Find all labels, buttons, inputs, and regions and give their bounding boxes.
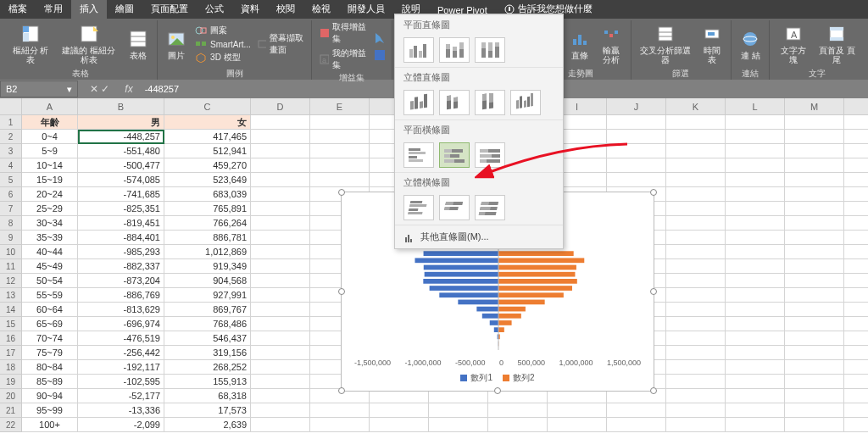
cell-M5[interactable] bbox=[785, 173, 844, 187]
cell-L22[interactable] bbox=[726, 418, 785, 432]
cell-A8[interactable]: 30~34 bbox=[22, 216, 78, 231]
cell-C8[interactable]: 766,264 bbox=[164, 216, 251, 231]
pivot-table-button[interactable]: 樞紐分 析表 bbox=[8, 22, 53, 66]
cell-C4[interactable]: 459,270 bbox=[164, 158, 251, 173]
cell-B14[interactable]: -813,629 bbox=[78, 303, 164, 317]
cell-M18[interactable] bbox=[785, 360, 844, 375]
shapes-button[interactable]: 圖案 bbox=[193, 24, 253, 37]
clustered-bar-3d[interactable] bbox=[403, 195, 434, 220]
col-header-A[interactable]: A bbox=[22, 98, 78, 115]
row-header[interactable]: 14 bbox=[0, 303, 22, 317]
cell-B17[interactable]: -256,442 bbox=[78, 346, 164, 360]
cell-I21[interactable] bbox=[548, 403, 607, 418]
cell-J2[interactable] bbox=[607, 130, 666, 144]
cell-B19[interactable]: -102,595 bbox=[78, 375, 164, 389]
cell-J22[interactable] bbox=[607, 418, 666, 432]
select-all-corner[interactable] bbox=[0, 98, 22, 115]
tab-頁面配置[interactable]: 頁面配置 bbox=[142, 0, 197, 19]
cell-K14[interactable] bbox=[666, 303, 726, 317]
cell-C11[interactable]: 919,349 bbox=[164, 259, 251, 274]
column-3d[interactable] bbox=[510, 90, 541, 115]
cell-M13[interactable] bbox=[785, 288, 844, 303]
cell-H22[interactable] bbox=[488, 418, 548, 432]
cell-K19[interactable] bbox=[666, 375, 726, 389]
cell-B21[interactable]: -13,336 bbox=[78, 403, 164, 418]
cell-L9[interactable] bbox=[726, 231, 785, 245]
cell-J4[interactable] bbox=[607, 158, 666, 173]
tab-檢視[interactable]: 檢視 bbox=[303, 0, 339, 19]
cell-M2[interactable] bbox=[785, 130, 844, 144]
cell-L1[interactable] bbox=[726, 115, 785, 130]
cell-N16[interactable] bbox=[844, 331, 868, 346]
cell-C5[interactable]: 523,649 bbox=[164, 173, 251, 187]
row-header[interactable]: 3 bbox=[0, 144, 22, 158]
row-header[interactable]: 13 bbox=[0, 288, 22, 303]
cell-C1[interactable]: 女 bbox=[164, 115, 251, 130]
cell-J3[interactable] bbox=[607, 144, 666, 158]
resize-handle[interactable] bbox=[338, 387, 345, 394]
tab-資料[interactable]: 資料 bbox=[232, 0, 268, 19]
100-stacked-column-3d[interactable] bbox=[475, 90, 505, 115]
cell-D13[interactable] bbox=[251, 288, 310, 303]
tab-校閱[interactable]: 校閱 bbox=[268, 0, 303, 19]
cell-K9[interactable] bbox=[666, 231, 726, 245]
sparkline-column-button[interactable]: 直條 bbox=[566, 27, 593, 62]
cell-N9[interactable] bbox=[844, 231, 868, 245]
cell-B8[interactable]: -819,451 bbox=[78, 216, 164, 231]
cell-K15[interactable] bbox=[666, 317, 726, 331]
cell-N19[interactable] bbox=[844, 375, 868, 389]
row-header[interactable]: 11 bbox=[0, 259, 22, 274]
tab-公式[interactable]: 公式 bbox=[197, 0, 232, 19]
cell-J21[interactable] bbox=[607, 403, 666, 418]
cell-N14[interactable] bbox=[844, 303, 868, 317]
cell-D15[interactable] bbox=[251, 317, 310, 331]
cell-D3[interactable] bbox=[251, 144, 310, 158]
tab-開發人員[interactable]: 開發人員 bbox=[339, 0, 393, 19]
cell-N12[interactable] bbox=[844, 274, 868, 288]
stacked-bar-3d[interactable] bbox=[439, 195, 470, 220]
cell-A17[interactable]: 75~79 bbox=[22, 346, 78, 360]
cell-L20[interactable] bbox=[726, 389, 785, 403]
cell-C14[interactable]: 869,767 bbox=[164, 303, 251, 317]
100-stacked-bar-2d[interactable] bbox=[475, 142, 505, 168]
cell-N18[interactable] bbox=[844, 360, 868, 375]
row-header[interactable]: 19 bbox=[0, 375, 22, 389]
cell-K22[interactable] bbox=[666, 418, 726, 432]
col-header-L[interactable]: L bbox=[726, 98, 785, 115]
timeline-button[interactable]: 時間表 bbox=[698, 22, 726, 66]
cell-L13[interactable] bbox=[726, 288, 785, 303]
cell-K20[interactable] bbox=[666, 389, 726, 403]
cell-M22[interactable] bbox=[785, 418, 844, 432]
cell-D9[interactable] bbox=[251, 231, 310, 245]
cell-K4[interactable] bbox=[666, 158, 726, 173]
cell-N5[interactable] bbox=[844, 173, 868, 187]
row-header[interactable]: 20 bbox=[0, 389, 22, 403]
cell-K10[interactable] bbox=[666, 245, 726, 259]
smartart-button[interactable]: SmartArt... bbox=[193, 38, 253, 50]
cell-B7[interactable]: -825,351 bbox=[78, 202, 164, 216]
cell-N11[interactable] bbox=[844, 259, 868, 274]
cell-K18[interactable] bbox=[666, 360, 726, 375]
cell-A11[interactable]: 45~49 bbox=[22, 259, 78, 274]
cell-B16[interactable]: -476,519 bbox=[78, 331, 164, 346]
row-header[interactable]: 6 bbox=[0, 187, 22, 202]
cell-L15[interactable] bbox=[726, 317, 785, 331]
sparkline-winloss-button[interactable]: 輸贏分析 bbox=[597, 22, 626, 66]
cell-L14[interactable] bbox=[726, 303, 785, 317]
cell-A9[interactable]: 35~39 bbox=[22, 231, 78, 245]
cell-A20[interactable]: 90~94 bbox=[22, 389, 78, 403]
cell-M7[interactable] bbox=[785, 202, 844, 216]
cell-G22[interactable] bbox=[429, 418, 488, 432]
cell-D14[interactable] bbox=[251, 303, 310, 317]
cell-M11[interactable] bbox=[785, 259, 844, 274]
cell-N3[interactable] bbox=[844, 144, 868, 158]
col-header-C[interactable]: C bbox=[164, 98, 251, 115]
cell-C18[interactable]: 268,252 bbox=[164, 360, 251, 375]
row-header[interactable]: 9 bbox=[0, 231, 22, 245]
col-header-B[interactable]: B bbox=[78, 98, 164, 115]
cell-D16[interactable] bbox=[251, 331, 310, 346]
row-header[interactable]: 16 bbox=[0, 331, 22, 346]
tab-插入[interactable]: 插入 bbox=[71, 0, 107, 19]
cell-N2[interactable] bbox=[844, 130, 868, 144]
tab-常用[interactable]: 常用 bbox=[36, 0, 71, 19]
